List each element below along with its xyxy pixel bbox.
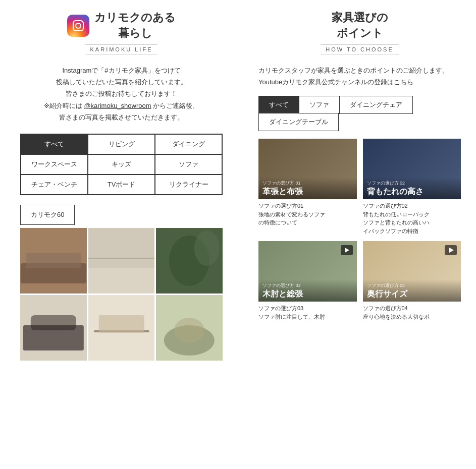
filter-btn-all[interactable]: すべて — [21, 134, 88, 154]
right-title: 家具選びの ポイント — [332, 10, 388, 41]
svg-rect-6 — [26, 253, 81, 268]
instagram-image-1[interactable] — [20, 228, 87, 294]
filter-btn-sofa[interactable]: ソファ — [155, 154, 222, 174]
instagram-image-6[interactable] — [156, 295, 223, 361]
instagram-image-2[interactable] — [88, 228, 155, 294]
filter-btn-living[interactable]: リビング — [88, 134, 155, 154]
video-thumb-2[interactable]: ソファの選び方 02 背もたれの高さ — [363, 139, 461, 199]
video-thumb-1[interactable]: ソファの選び方 01 革張と布張 — [258, 139, 357, 199]
video-label-small-1: ソファの選び方 01 — [262, 180, 353, 187]
left-header: カリモクのある 暮らし KARIMOKU LIFE — [20, 10, 223, 54]
right-filter-sofa[interactable]: ソファ — [299, 96, 340, 114]
filter-btn-kids[interactable]: キッズ — [88, 154, 155, 174]
filter-btn-workspace[interactable]: ワークスペース — [21, 154, 88, 174]
video-caption-1: ソファの選び方01 張地の素材で変わるソファ の特徴について — [258, 202, 357, 227]
svg-rect-18 — [98, 315, 144, 333]
video-label-big-3: 木肘と総張 — [262, 289, 353, 299]
svg-point-3 — [82, 21, 83, 22]
svg-rect-0 — [67, 15, 89, 37]
left-subtitle: KARIMOKU LIFE — [85, 44, 158, 54]
instagram-icon — [67, 15, 89, 37]
video-item-3[interactable]: ソファの選び方 03 木肘と総張 ソファの選び方03 ソファ肘に注目して、木肘 — [258, 241, 357, 321]
video-item-2[interactable]: ソファの選び方 02 背もたれの高さ ソファの選び方02 背もたれの低いローバッ… — [363, 139, 461, 235]
svg-point-12 — [194, 230, 220, 266]
instagram-image-5[interactable] — [88, 295, 155, 361]
video-label-big-1: 革張と布張 — [262, 187, 353, 196]
video-item-4[interactable]: ソファの選び方 04 奥行サイズ ソファの選び方04 座り心地を決める大切なポ — [363, 241, 461, 321]
filter-btn-karimoku60[interactable]: カリモク60 — [20, 205, 75, 225]
video-caption-2: ソファの選び方02 背もたれの低いローバック ソファと背もたれの高いハ イバック… — [363, 202, 461, 235]
right-filter-dining-table[interactable]: ダイニングテーブル — [258, 113, 339, 131]
video-label-small-2: ソファの選び方 02 — [367, 180, 457, 187]
right-desc: カリモクスタッフが家具を選ぶときのポイントのご紹介します。 Youtubeカリモ… — [258, 65, 461, 88]
video-caption-4: ソファの選び方04 座り心地を決める大切なポ — [363, 304, 461, 321]
svg-rect-8 — [88, 268, 155, 294]
video-grid: ソファの選び方 01 革張と布張 ソファの選び方01 張地の素材で変わるソファ … — [258, 139, 461, 321]
video-label-big-2: 背もたれの高さ — [367, 187, 457, 196]
filter-btn-tv[interactable]: TVボード — [88, 174, 155, 195]
left-desc: Instagramで「#カリモク家具」をつけて 投稿していただいた写真を紹介して… — [20, 65, 223, 124]
instagram-image-3[interactable] — [156, 228, 223, 294]
left-title: カリモクのある 暮らし — [94, 10, 176, 41]
svg-point-21 — [174, 318, 204, 343]
filter-btn-dining[interactable]: ダイニング — [155, 134, 222, 154]
video-play-icon-4 — [445, 245, 457, 255]
video-thumb-3[interactable]: ソファの選び方 03 木肘と総張 — [258, 241, 357, 302]
video-label-small-4: ソファの選び方 04 — [367, 282, 457, 289]
filter-btn-recliner[interactable]: リクライナー — [155, 174, 222, 195]
video-thumb-4[interactable]: ソファの選び方 04 奥行サイズ — [363, 241, 461, 302]
right-filter-dining-chair[interactable]: ダイニングチェア — [339, 96, 413, 114]
right-filter-all[interactable]: すべて — [258, 96, 299, 114]
video-item-1[interactable]: ソファの選び方 01 革張と布張 ソファの選び方01 張地の素材で変わるソファ … — [258, 139, 357, 235]
video-label-big-4: 奥行サイズ — [367, 289, 457, 299]
right-header: 家具選びの ポイント HOW TO CHOOSE — [258, 10, 461, 54]
svg-rect-15 — [31, 315, 76, 330]
right-subtitle: HOW TO CHOOSE — [321, 44, 399, 54]
video-play-icon-3 — [341, 245, 353, 255]
instagram-link[interactable]: @karimoku_showroom — [84, 102, 151, 109]
youtube-link[interactable]: こちら — [394, 78, 413, 86]
video-label-small-3: ソファの選び方 03 — [262, 282, 353, 289]
video-caption-3: ソファの選び方03 ソファ肘に注目して、木肘 — [258, 304, 357, 321]
filter-grid-left: すべて リビング ダイニング ワークスペース キッズ ソファ チェア・ベンチ T… — [20, 134, 223, 195]
filter-btn-chair[interactable]: チェア・ベンチ — [21, 174, 88, 195]
instagram-image-4[interactable] — [20, 295, 87, 361]
instagram-image-grid — [20, 228, 223, 361]
